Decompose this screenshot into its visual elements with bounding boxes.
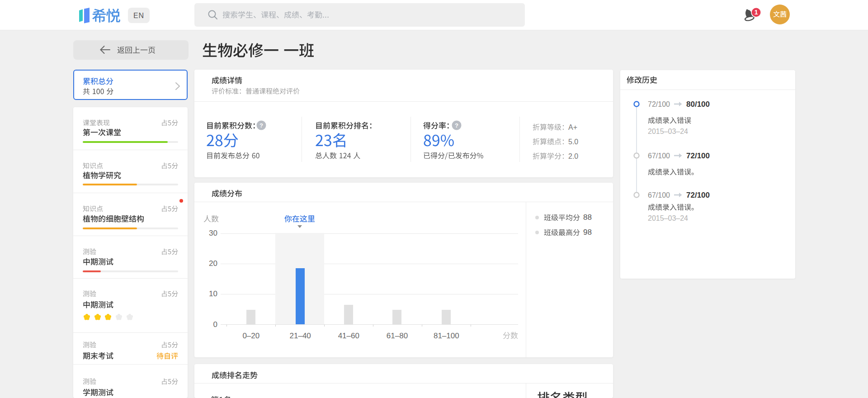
svg-text:?: ? <box>259 122 263 129</box>
svg-text:?: ? <box>455 122 458 129</box>
svg-text:1: 1 <box>755 9 758 16</box>
